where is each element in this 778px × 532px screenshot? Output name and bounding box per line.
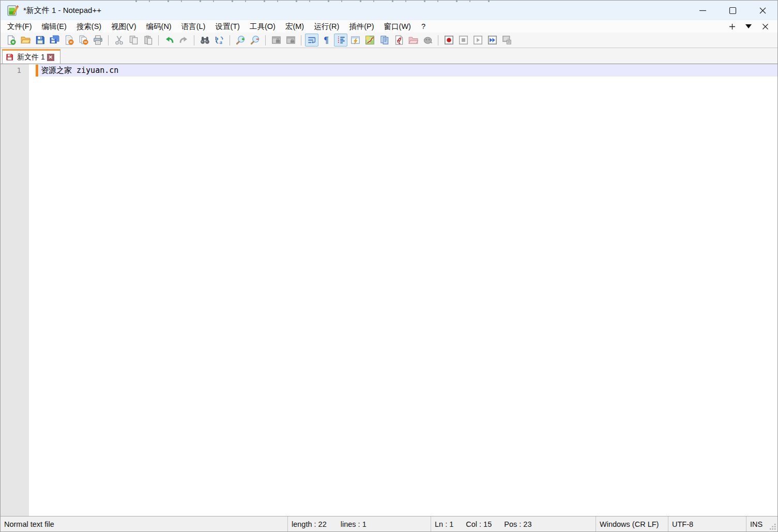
new-file-button[interactable] [4, 34, 18, 47]
status-encoding[interactable]: UTF-8 [668, 516, 746, 531]
macro-run-multiple-button[interactable] [485, 34, 499, 47]
menu-window[interactable]: 窗口(W) [379, 21, 416, 33]
tab-list-button[interactable] [740, 21, 757, 32]
replace-button[interactable]: b a [212, 34, 226, 47]
shortcut-window-button[interactable] [348, 34, 362, 47]
sync-horizontal-scroll-button[interactable] [284, 34, 297, 47]
position-text: Pos : 23 [504, 520, 531, 528]
save-icon [35, 35, 45, 45]
replace-icon: b a [215, 35, 224, 45]
status-eol-format[interactable]: Windows (CR LF) [596, 516, 668, 531]
line-number-gutter: 1 [1, 64, 29, 516]
plus-icon [729, 23, 736, 30]
function-list-button[interactable] [392, 34, 405, 47]
menu-view[interactable]: 视图(V) [106, 21, 141, 33]
new-file-icon [6, 35, 16, 45]
menu-settings[interactable]: 设置(T) [210, 21, 245, 33]
paste-button[interactable] [141, 34, 155, 47]
pilcrow-icon: ¶ [324, 36, 329, 44]
svg-text:b: b [215, 35, 218, 41]
copy-button[interactable] [127, 34, 140, 47]
menu-language[interactable]: 语言(L) [177, 21, 210, 33]
close-tab-button[interactable] [757, 21, 773, 32]
encoding-text: UTF-8 [672, 520, 693, 528]
menu-help[interactable]: ? [416, 21, 431, 32]
macro-run-multiple-icon [487, 35, 497, 45]
macro-stop-icon [459, 35, 468, 45]
cut-button[interactable] [112, 34, 126, 47]
close-file-button[interactable] [62, 34, 75, 47]
macro-save-button[interactable] [500, 34, 513, 47]
find-icon [200, 35, 210, 45]
word-wrap-button[interactable] [305, 34, 318, 47]
save-file-button[interactable] [33, 34, 47, 47]
menu-tools[interactable]: 工具(O) [245, 21, 280, 33]
bookmark-margin[interactable] [29, 64, 39, 516]
print-button[interactable] [91, 34, 104, 47]
close-button[interactable] [748, 1, 777, 20]
redo-button[interactable] [177, 34, 190, 47]
lightning-window-icon [350, 35, 360, 45]
close-file-icon [64, 35, 74, 45]
toolbar-separator [158, 35, 159, 45]
save-all-button[interactable] [48, 34, 61, 47]
open-file-button[interactable] [19, 34, 32, 47]
titlebar: *新文件 1 - Notepad++ [1, 1, 777, 20]
cut-icon [114, 35, 124, 45]
status-typing-mode[interactable]: INS [746, 516, 777, 531]
macro-record-button[interactable] [442, 34, 455, 47]
length-text: length : 22 [292, 520, 327, 528]
toolbar-separator [194, 35, 194, 45]
toolbar: b a [1, 33, 777, 48]
minimize-icon [699, 7, 707, 14]
macro-stop-button[interactable] [456, 34, 470, 47]
tab-new-file-1[interactable]: 新文件 1 [2, 49, 60, 64]
show-all-characters-button[interactable]: ¶ [319, 34, 333, 47]
zoom-out-button[interactable] [248, 34, 262, 47]
document-map-button[interactable] [363, 34, 376, 47]
macro-playback-button[interactable] [471, 34, 484, 47]
minimize-button[interactable] [688, 1, 718, 20]
text-content[interactable]: 资源之家 ziyuan.cn [39, 64, 777, 516]
close-all-files-button[interactable] [77, 34, 90, 47]
doc-type-text: Normal text file [4, 520, 54, 528]
editor-area[interactable]: 1 资源之家 ziyuan.cn [1, 64, 777, 516]
tab-label: 新文件 1 [17, 53, 45, 62]
document-list-button[interactable] [377, 34, 391, 47]
new-tab-button[interactable] [724, 21, 740, 32]
menu-edit[interactable]: 编辑(E) [37, 21, 71, 33]
menu-macro[interactable]: 宏(M) [281, 21, 309, 33]
sync-vertical-scroll-button[interactable] [269, 34, 283, 47]
line-text: Ln : 1 [435, 520, 453, 528]
show-indent-guide-button[interactable] [334, 34, 347, 47]
folder-as-workspace-button[interactable] [406, 34, 420, 47]
menu-search[interactable]: 搜索(S) [72, 21, 106, 33]
status-caret-position: Ln : 1 Col : 15 Pos : 23 [431, 516, 596, 531]
menu-plugins[interactable]: 插件(P) [344, 21, 378, 33]
window-title: *新文件 1 - Notepad++ [23, 6, 101, 16]
close-icon [759, 7, 767, 14]
sync-vertical-scroll-icon [271, 35, 281, 45]
document-list-icon [379, 35, 389, 45]
monitoring-button[interactable] [421, 34, 434, 47]
tab-close-button[interactable] [47, 54, 54, 61]
menu-file[interactable]: 文件(F) [3, 21, 37, 33]
zoom-in-button[interactable] [234, 34, 247, 47]
current-line[interactable]: 资源之家 ziyuan.cn [39, 64, 777, 77]
lines-text: lines : 1 [341, 520, 367, 528]
print-icon [93, 35, 103, 45]
toolbar-separator [230, 35, 230, 45]
line-number: 1 [1, 64, 29, 77]
find-button[interactable] [198, 34, 211, 47]
menu-encoding[interactable]: 编码(N) [142, 21, 176, 33]
maximize-button[interactable] [718, 1, 748, 20]
indent-guide-icon [336, 35, 346, 45]
resize-grip[interactable] [769, 523, 776, 530]
paste-icon [143, 35, 153, 45]
menu-run[interactable]: 运行(R) [309, 21, 344, 33]
save-all-icon [50, 35, 59, 45]
sync-horizontal-scroll-icon [286, 35, 296, 45]
monitoring-icon [423, 35, 433, 45]
document-map-icon [365, 35, 375, 45]
undo-button[interactable] [162, 34, 176, 47]
